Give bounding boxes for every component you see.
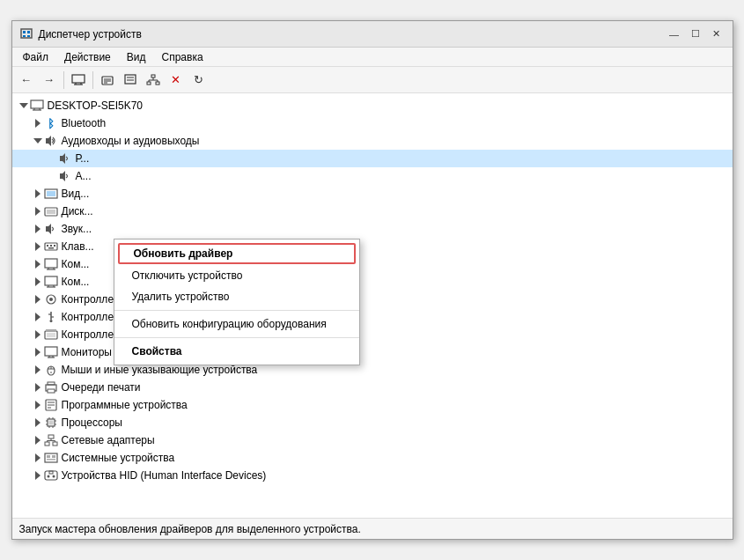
window-title: Диспетчер устройств — [39, 28, 142, 41]
back-button[interactable]: ← — [16, 70, 37, 91]
expand-monitors[interactable] — [30, 345, 44, 359]
tree-node-network[interactable]: Сетевые адаптеры — [12, 431, 733, 449]
tree-node-printers[interactable]: Очереди печати — [12, 379, 733, 396]
title-bar-left: Диспетчер устройств — [19, 27, 142, 41]
tree-node-disk[interactable]: Диск... — [12, 203, 733, 220]
context-menu-properties[interactable]: Свойства — [114, 341, 359, 362]
expand-mice[interactable] — [30, 363, 44, 377]
properties-btn[interactable] — [97, 70, 118, 91]
expand-video[interactable] — [30, 187, 44, 201]
svg-rect-39 — [48, 247, 54, 249]
tree-node-programs[interactable]: Программные устройства — [12, 396, 733, 414]
expand-ide[interactable] — [30, 292, 44, 306]
context-menu-update-driver[interactable]: Обновить драйвер — [118, 243, 356, 264]
svg-rect-82 — [48, 435, 54, 438]
tree-node-video[interactable]: Вид... — [12, 185, 733, 203]
svg-rect-83 — [45, 442, 49, 446]
context-menu-uninstall-device[interactable]: Удалить устройство — [114, 286, 359, 307]
hid-icon — [44, 468, 58, 483]
svg-rect-18 — [156, 82, 159, 85]
minimize-button[interactable]: — — [666, 26, 683, 43]
expand-storage[interactable] — [30, 328, 44, 342]
expand-hid[interactable] — [30, 468, 44, 483]
svg-rect-36 — [47, 245, 48, 247]
title-bar: Диспетчер устройств — ☐ ✕ — [12, 21, 733, 48]
svg-rect-66 — [48, 382, 55, 385]
menu-view[interactable]: Вид — [120, 50, 153, 64]
tree-label-computer: DESKTOP-SEI5K70 — [48, 99, 144, 112]
svg-point-49 — [49, 298, 53, 301]
expand-printers[interactable] — [30, 380, 44, 394]
context-menu: Обновить драйвер Отключить устройство Уд… — [114, 239, 360, 365]
computer-button[interactable] — [68, 70, 89, 91]
refresh-btn[interactable]: ↻ — [188, 70, 210, 91]
tree-node-processors[interactable]: Процессоры — [12, 414, 733, 431]
tree-node-sound[interactable]: Звук... — [12, 220, 733, 238]
tree-node-hid[interactable]: Устройства HID (Human Interface Devices) — [12, 467, 733, 484]
monitors-icon — [44, 345, 58, 359]
expand-processors[interactable] — [30, 416, 44, 430]
mice-icon — [44, 363, 58, 377]
device-manager-window: Диспетчер устройств — ☐ ✕ Файл Действие … — [11, 20, 733, 540]
tree-label-disk: Диск... — [62, 205, 93, 217]
tree-node-audio2[interactable]: А... — [12, 167, 733, 185]
expand-programs[interactable] — [30, 398, 44, 412]
tree-label-printers: Очереди печати — [62, 381, 141, 394]
expand-sound[interactable] — [30, 222, 44, 236]
svg-rect-40 — [45, 259, 57, 268]
expand-computer[interactable] — [16, 99, 30, 113]
audio2-icon — [58, 169, 72, 183]
network-icon — [44, 433, 58, 447]
expand-bluetooth[interactable] — [30, 116, 44, 130]
update-config-label: Обновить конфигурацию оборудования — [132, 318, 327, 330]
svg-rect-13 — [125, 75, 136, 84]
tree-label-bluetooth: Bluetooth — [62, 117, 107, 129]
svg-rect-4 — [27, 35, 30, 37]
expand-com1[interactable] — [30, 257, 44, 271]
expand-usb[interactable] — [30, 310, 44, 324]
context-menu-sep-1 — [114, 310, 359, 311]
svg-point-95 — [47, 475, 49, 478]
expand-network[interactable] — [30, 433, 44, 447]
tree-label-system: Системные устройства — [62, 452, 175, 464]
menu-action[interactable]: Действие — [57, 50, 118, 64]
svg-marker-29 — [60, 171, 65, 181]
tree-node-audio1[interactable]: Р... — [12, 150, 733, 167]
network-btn[interactable] — [143, 70, 164, 91]
context-menu-update-config[interactable]: Обновить конфигурацию оборудования — [114, 313, 359, 335]
svg-rect-16 — [151, 75, 155, 77]
maximize-button[interactable]: ☐ — [687, 26, 704, 43]
tree-node-audio[interactable]: Аудиовходы и аудиовыходы — [12, 132, 733, 150]
audio-icon — [44, 134, 58, 148]
expand-system[interactable] — [30, 451, 44, 465]
scan-btn[interactable] — [120, 70, 141, 91]
expand-audio2 — [44, 169, 58, 183]
title-controls: — ☐ ✕ — [666, 26, 726, 43]
svg-marker-34 — [46, 224, 51, 234]
svg-rect-73 — [48, 421, 53, 425]
delete-btn[interactable]: ✕ — [166, 70, 187, 91]
menu-bar: Файл Действие Вид Справка — [12, 48, 733, 67]
tree-label-hid: Устройства HID (Human Interface Devices) — [62, 469, 267, 482]
expand-disk[interactable] — [30, 204, 44, 218]
tree-node-computer[interactable]: DESKTOP-SEI5K70 — [12, 97, 733, 114]
tree-node-system[interactable]: Системные устройства — [12, 449, 733, 467]
expand-keyboard[interactable] — [30, 239, 44, 254]
close-button[interactable]: ✕ — [708, 26, 726, 43]
expand-audio[interactable] — [30, 134, 44, 148]
tree-label-audio1: Р... — [76, 152, 90, 165]
toolbar: ← → ✕ ↻ — [12, 67, 733, 93]
expand-audio1 — [44, 151, 58, 166]
storage-icon — [44, 328, 58, 342]
toolbar-sep-2 — [92, 71, 93, 89]
forward-button[interactable]: → — [39, 70, 60, 91]
menu-help[interactable]: Справка — [155, 50, 210, 64]
expand-com2[interactable] — [30, 275, 44, 289]
tree-node-bluetooth[interactable]: ᛒ Bluetooth — [12, 114, 733, 132]
tree-label-mice: Мыши и иные указывающие устройства — [62, 364, 258, 376]
context-menu-disable-device[interactable]: Отключить устройство — [114, 265, 359, 286]
context-menu-sep-2 — [114, 337, 359, 338]
ide-icon — [44, 292, 58, 306]
menu-file[interactable]: Файл — [16, 50, 56, 64]
device-tree[interactable]: DESKTOP-SEI5K70 ᛒ Bluetooth Аудиовходы и… — [12, 93, 733, 518]
